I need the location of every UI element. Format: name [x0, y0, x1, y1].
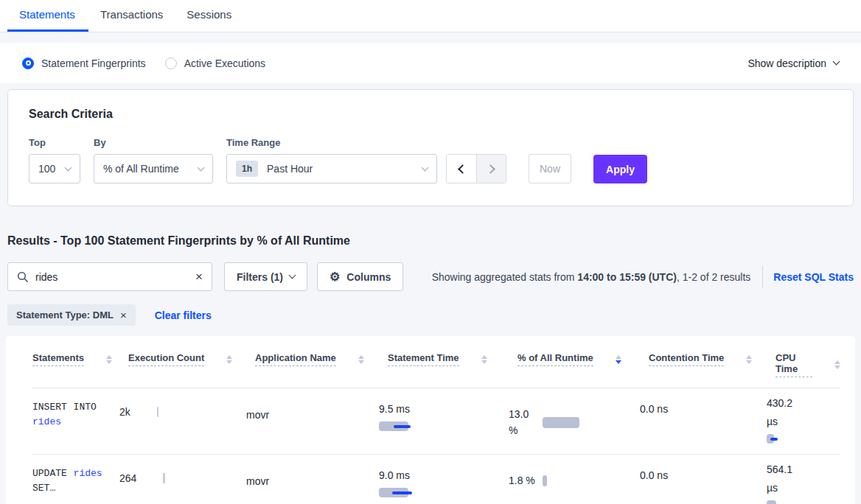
columns-button[interactable]: ⚙ Columns: [317, 262, 403, 291]
view-toggle-bar: Statement Fingerprints Active Executions…: [0, 43, 861, 83]
chevron-down-icon: [65, 164, 72, 171]
sort-icon[interactable]: [746, 355, 752, 364]
sort-icon[interactable]: [481, 355, 487, 364]
search-input[interactable]: [35, 271, 195, 283]
radio-unselected-icon: [165, 57, 177, 69]
statement-time-cell: 9.0 ms: [379, 466, 509, 497]
pct-runtime-value: 1.8 %: [509, 472, 535, 489]
clear-search-icon[interactable]: ×: [195, 270, 203, 283]
statement-text: SET…: [32, 483, 55, 494]
pct-runtime-value: 13.0 %: [509, 406, 535, 438]
statement-time-value: 9.0 ms: [379, 466, 509, 481]
results-search-box: ×: [7, 262, 212, 291]
radio-selected-icon: [22, 57, 34, 69]
tab-transactions[interactable]: Transactions: [88, 0, 175, 32]
gear-icon: ⚙: [330, 270, 340, 284]
stats-suffix: , 1-2 of 2 results: [677, 271, 750, 283]
stats-prefix: Showing aggregated stats from: [432, 271, 578, 283]
statement-time-cell: 9.5 ms: [379, 400, 509, 431]
sort-icon[interactable]: [834, 360, 840, 369]
col-statement-time[interactable]: Statement Time: [388, 352, 459, 366]
statement-cell: INSERT INTO rides: [32, 400, 119, 430]
top-field: Top 100: [29, 137, 80, 183]
table-row: INSERT INTO rides 2k movr 9.5 ms 13.0 % …: [32, 388, 840, 455]
results-heading: Results - Top 100 Statement Fingerprints…: [7, 234, 854, 248]
pct-runtime-bar: [543, 475, 547, 486]
statement-cell: UPDATE rides SET…: [32, 466, 119, 496]
reset-sql-stats-link[interactable]: Reset SQL Stats: [773, 271, 854, 283]
next-time-button[interactable]: [476, 155, 506, 183]
page-tabs: Statements Transactions Sessions: [0, 0, 861, 32]
cpu-time-bar: [767, 434, 840, 444]
tab-statements[interactable]: Statements: [7, 0, 88, 32]
col-cpu-time[interactable]: CPU Time: [775, 352, 812, 377]
chevron-right-icon: [486, 164, 495, 174]
columns-label: Columns: [346, 271, 391, 283]
execution-count-bar: [163, 473, 165, 483]
col-statements[interactable]: Statements: [32, 352, 84, 366]
execution-count-bar: [157, 407, 159, 417]
sort-icon-active-desc[interactable]: [616, 355, 621, 364]
statement-text: UPDATE: [32, 468, 74, 479]
search-criteria-title: Search Criteria: [29, 108, 832, 121]
table-row: UPDATE rides SET… 264 movr 9.0 ms 1.8 % …: [32, 455, 840, 504]
by-label: By: [94, 137, 213, 148]
time-range-field: Time Range 1h Past Hour: [226, 137, 437, 183]
apply-button[interactable]: Apply: [593, 155, 647, 183]
prev-time-button[interactable]: [447, 155, 476, 183]
statement-text: INSERT INTO: [32, 402, 97, 413]
col-execution-count[interactable]: Execution Count: [128, 352, 204, 366]
top-value: 100: [38, 163, 55, 175]
cpu-time-value: 430.2 µs: [767, 394, 805, 431]
by-value: % of All Runtime: [103, 163, 179, 175]
search-icon: [17, 271, 29, 283]
cpu-time-cell: 564.1 µs: [767, 466, 840, 504]
tab-sessions[interactable]: Sessions: [175, 0, 256, 32]
radio-label: Statement Fingerprints: [41, 57, 146, 69]
divider: [762, 266, 763, 288]
radio-active-executions[interactable]: Active Executions: [165, 57, 266, 69]
statement-time-bar: [379, 488, 509, 497]
show-description-toggle[interactable]: Show description: [747, 57, 839, 69]
execution-count-cell: 2k: [119, 400, 246, 418]
filter-chip-label: Statement Type: DML: [16, 309, 114, 321]
col-pct-runtime[interactable]: % of All Runtime: [517, 352, 593, 366]
contention-time-cell: 0.0 ns: [640, 466, 767, 481]
execution-count-value: 2k: [119, 406, 130, 418]
sort-icon[interactable]: [226, 355, 232, 364]
chevron-down-icon: [422, 164, 429, 171]
chevron-down-icon: [833, 58, 840, 66]
col-application-name[interactable]: Application Name: [255, 352, 336, 366]
execution-count-cell: 264: [119, 466, 246, 484]
sort-icon[interactable]: [106, 355, 112, 364]
sort-icon[interactable]: [358, 355, 364, 364]
filters-button[interactable]: Filters (1): [224, 262, 307, 291]
statement-link[interactable]: rides: [74, 468, 102, 479]
show-description-label: Show description: [747, 57, 826, 69]
statement-time-value: 9.5 ms: [379, 400, 509, 415]
stats-time-range: 14:00 to 15:59 (UTC): [577, 271, 677, 283]
now-button[interactable]: Now: [529, 154, 571, 183]
chevron-left-icon: [458, 164, 467, 174]
cpu-time-value: 564.1 µs: [767, 461, 805, 497]
statement-link[interactable]: rides: [32, 416, 61, 427]
time-range-label: Time Range: [226, 137, 437, 148]
time-range-select[interactable]: 1h Past Hour: [226, 154, 437, 183]
cpu-time-cell: 430.2 µs: [767, 400, 840, 444]
application-name-cell: movr: [246, 400, 379, 421]
statement-time-bar: [379, 421, 509, 431]
filter-chip-statement-type: Statement Type: DML ×: [7, 304, 136, 326]
time-range-value: Past Hour: [267, 163, 313, 175]
remove-filter-icon[interactable]: ×: [120, 309, 127, 321]
statements-table: Statements Execution Count Application N…: [6, 336, 855, 504]
application-name-cell: movr: [246, 466, 379, 487]
by-field: By % of All Runtime: [94, 137, 213, 183]
time-range-badge: 1h: [236, 161, 258, 177]
top-select[interactable]: 100: [29, 154, 80, 183]
pct-runtime-bar: [543, 417, 579, 428]
by-select[interactable]: % of All Runtime: [94, 154, 213, 183]
col-contention-time[interactable]: Contention Time: [649, 352, 724, 366]
clear-filters-link[interactable]: Clear filters: [155, 309, 212, 321]
radio-statement-fingerprints[interactable]: Statement Fingerprints: [22, 57, 146, 69]
search-criteria-card: Search Criteria Top 100 By % of All Runt…: [7, 89, 854, 206]
